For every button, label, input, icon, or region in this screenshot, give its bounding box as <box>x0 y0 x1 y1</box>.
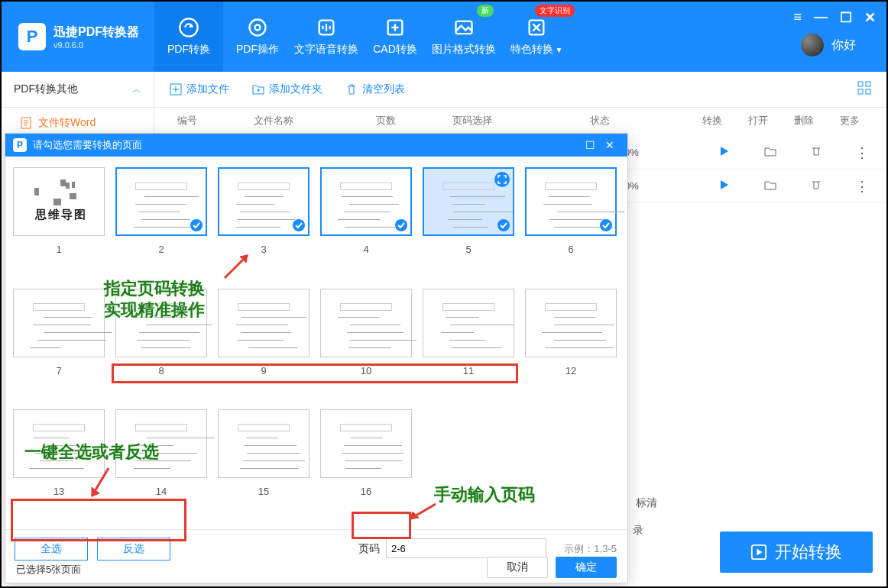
page-number: 15 <box>258 486 269 497</box>
tag-label: 标清 <box>636 496 657 510</box>
expand-icon[interactable] <box>494 172 510 187</box>
page-thumbnail-5[interactable]: 5 <box>423 167 514 278</box>
page-range-input[interactable] <box>386 538 546 558</box>
page-number: 10 <box>361 365 371 376</box>
badge-ocr: 文字识别 <box>535 5 575 17</box>
page-thumbnail-1[interactable]: 思维导图1 <box>13 167 105 278</box>
user-greeting: 你好 <box>831 37 856 53</box>
menu-icon[interactable]: ≡ <box>793 9 802 26</box>
page-thumbnail-15[interactable]: 15 <box>218 409 310 520</box>
svg-rect-11 <box>866 89 870 94</box>
chevron-up-icon: ︿ <box>132 83 141 96</box>
app-logo: P 迅捷PDF转换器 v9.0.6.0 <box>2 2 154 72</box>
check-icon <box>395 219 407 231</box>
add-file-button[interactable]: 添加文件 <box>170 82 229 96</box>
page-thumbnail-3[interactable]: 3 <box>218 167 310 278</box>
badge-new: 新 <box>477 5 494 17</box>
gear-icon <box>247 17 268 38</box>
more-button[interactable]: ⋮ <box>839 144 885 161</box>
dialog-close-button[interactable]: ✕ <box>600 139 620 151</box>
page-thumbnail-8[interactable]: 8 <box>115 289 207 399</box>
add-folder-button[interactable]: 添加文件夹 <box>252 82 322 96</box>
page-thumbnail-12[interactable]: 12 <box>525 289 617 399</box>
minimize-button[interactable]: — <box>814 9 828 26</box>
special-icon <box>526 17 547 38</box>
page-number: 9 <box>261 365 266 376</box>
view-grid-icon[interactable] <box>857 81 871 98</box>
page-number: 14 <box>156 486 167 497</box>
cancel-button[interactable]: 取消 <box>487 557 548 578</box>
page-thumbnail-11[interactable]: 11 <box>423 289 514 399</box>
check-icon <box>600 219 612 231</box>
page-number: 13 <box>53 486 64 497</box>
svg-point-2 <box>255 25 261 31</box>
page-number: 5 <box>465 244 471 255</box>
play-icon <box>750 544 767 561</box>
tab-cad[interactable]: CAD转换 <box>361 2 429 72</box>
add-file-icon <box>170 83 182 95</box>
logo-icon: P <box>18 23 46 50</box>
page-number: 2 <box>158 244 164 255</box>
check-icon <box>190 219 203 231</box>
page-number: 16 <box>361 486 371 497</box>
page-range-example: 示例：1,3-5 <box>564 542 617 556</box>
delete-button[interactable] <box>793 179 839 193</box>
word-icon <box>20 117 32 129</box>
app-version: v9.0.6.0 <box>53 40 139 50</box>
app-name: 迅捷PDF转换器 <box>53 24 139 40</box>
page-number: 3 <box>261 244 266 255</box>
ok-button[interactable]: 确定 <box>556 557 617 578</box>
page-thumbnail-10[interactable]: 10 <box>320 289 412 399</box>
page-number: 12 <box>566 365 576 376</box>
page-number: 8 <box>158 365 164 376</box>
more-button[interactable]: ⋮ <box>839 178 885 195</box>
sidebar-section-header[interactable]: PDF转换其他 ︿ <box>2 72 154 107</box>
maximize-button[interactable]: ☐ <box>840 9 852 26</box>
page-number: 6 <box>568 244 573 255</box>
page-number: 7 <box>56 365 61 376</box>
logo-icon: P <box>13 138 27 152</box>
page-number: 4 <box>363 244 368 255</box>
tab-tts[interactable]: 文字语音转换 <box>292 2 361 72</box>
page-thumbnail-13[interactable]: 13 <box>13 409 105 520</box>
trash-icon <box>345 83 358 95</box>
check-icon <box>293 219 305 231</box>
audio-icon <box>316 17 337 38</box>
convert-icon <box>178 17 199 38</box>
page-thumbnail-2[interactable]: 2 <box>115 167 207 278</box>
page-thumbnail-9[interactable]: 9 <box>218 289 310 399</box>
clear-list-button[interactable]: 清空列表 <box>345 82 405 96</box>
tab-pdf-convert[interactable]: PDF转换 <box>154 2 223 72</box>
delete-button[interactable] <box>793 146 839 160</box>
start-convert-button[interactable]: 开始转换 <box>720 531 873 573</box>
add-folder-icon <box>252 83 264 95</box>
page-number: 11 <box>463 365 474 376</box>
open-button[interactable] <box>747 145 793 160</box>
page-thumbnail-4[interactable]: 4 <box>320 167 412 278</box>
convert-button[interactable] <box>702 179 747 193</box>
page-thumbnail-16[interactable]: 16 <box>320 409 412 520</box>
page-thumbnail-6[interactable]: 6 <box>525 167 617 278</box>
tab-special[interactable]: 文字识别 特色转换▼ <box>498 2 575 72</box>
tab-image[interactable]: 新 图片格式转换 <box>429 2 498 72</box>
select-all-button[interactable]: 全选 <box>15 538 88 561</box>
image-icon <box>453 17 475 38</box>
dialog-maximize-button[interactable]: ☐ <box>580 139 600 151</box>
svg-point-1 <box>250 20 266 36</box>
page-thumbnail-7[interactable]: 7 <box>13 289 105 399</box>
page-select-dialog: P 请勾选您需要转换的页面 ☐ ✕ 思维导图123456789101112131… <box>5 133 628 583</box>
convert-button[interactable] <box>702 146 747 160</box>
check-icon <box>497 219 510 231</box>
page-thumbnail-14[interactable]: 14 <box>115 409 207 520</box>
table-header: 编号 文件名称 页数 页码选择 状态 转换 打开 删除 更多 <box>154 107 885 134</box>
invert-select-button[interactable]: 反选 <box>97 538 170 561</box>
tab-pdf-operate[interactable]: PDF操作 <box>223 2 292 72</box>
cad-icon <box>384 17 406 38</box>
open-button[interactable] <box>747 179 793 194</box>
svg-rect-10 <box>858 89 863 94</box>
page-number: 1 <box>56 244 61 255</box>
close-button[interactable]: ✕ <box>864 9 876 26</box>
path-marker: 录 <box>633 524 643 538</box>
svg-rect-8 <box>858 82 863 86</box>
avatar[interactable] <box>801 34 824 57</box>
